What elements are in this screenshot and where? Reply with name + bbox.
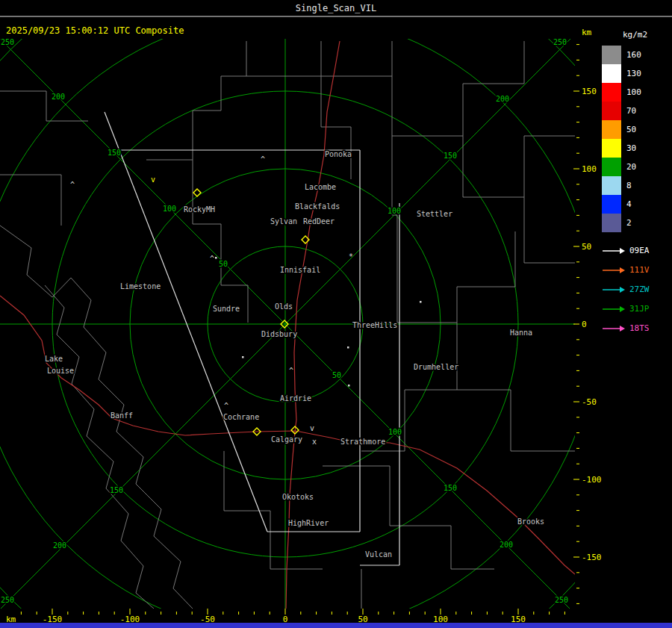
city-label: Lacombe: [305, 183, 336, 191]
caret-marker: ^: [224, 402, 228, 410]
radar-arrow-icon: [602, 266, 626, 275]
county-boundary: [457, 231, 515, 323]
radar-id: 111V: [629, 265, 650, 275]
ring-distance-label: 250: [1, 596, 14, 604]
city-label: Ponoka: [325, 150, 352, 158]
city-label: Innisfail: [280, 266, 320, 274]
axes-ticks: [21, 45, 579, 615]
scale-unit-label: kg/m2: [623, 30, 672, 40]
polar-grid: [0, 0, 672, 628]
highway: [257, 431, 575, 574]
county-boundary: [524, 197, 575, 263]
scale-value: 130: [626, 69, 641, 78]
city-label: Calgary: [271, 435, 302, 444]
radial-line: [0, 37, 285, 324]
range-ring: [0, 0, 672, 628]
radar-legend: 09EA111V27ZW31JP18TS: [602, 244, 672, 335]
caret-marker: ^: [289, 367, 293, 375]
city-label: RedDeer: [303, 217, 335, 226]
ring-distance-label: 150: [444, 152, 457, 160]
city-label: Didsbury: [261, 330, 297, 338]
scale-row: 160: [602, 46, 672, 64]
right-axis-unit: km: [582, 28, 592, 37]
scale-swatch: [602, 120, 621, 139]
radar-map-canvas[interactable]: 5010015020025010015020025015020025050100…: [0, 0, 672, 628]
ring-distance-label: 200: [500, 541, 513, 549]
radial-line: [285, 37, 573, 324]
radar-legend-row: 09EA: [602, 244, 672, 257]
town-dot-marker: [347, 346, 349, 349]
right-axis-label: -150: [582, 553, 602, 562]
city-label: Blackfalds: [295, 202, 340, 211]
city-label: Airdrie: [280, 394, 311, 402]
ring-distance-label: 150: [110, 486, 123, 494]
scale-value: 160: [626, 50, 641, 60]
scale-swatch: [602, 158, 621, 176]
county-boundary: [246, 41, 321, 76]
town-dot-marker: [242, 356, 244, 358]
county-boundary: [392, 41, 397, 323]
city-label: Olds: [275, 302, 293, 311]
ring-distance-label: 200: [496, 95, 509, 103]
scale-swatch: [602, 139, 621, 158]
axes-labels: -150-100-50050100150150100500-50-100-150…: [6, 28, 602, 624]
scale-row: 4: [602, 195, 672, 214]
ring-distance-label: 200: [52, 93, 65, 101]
scale-swatch: [602, 214, 621, 232]
ring-distance-label: 100: [163, 205, 176, 213]
city-label: Strathmore: [340, 438, 385, 446]
county-boundary: [146, 41, 246, 160]
scale-row: 30: [602, 139, 672, 158]
scale-row: 130: [602, 64, 672, 83]
caret-marker: ^: [261, 155, 265, 164]
scale-row: 8: [602, 176, 672, 195]
city-label: Sylvan: [270, 217, 297, 226]
county-boundary: [0, 226, 71, 297]
city-diamond-marker: [193, 189, 201, 196]
radar-legend-row: 27ZW: [602, 283, 672, 296]
scale-swatch: [602, 102, 621, 120]
city-label: Cochrane: [223, 413, 259, 421]
title-bar: Single_Scan_VIL: [0, 0, 672, 16]
scale-value: 50: [626, 125, 636, 134]
city-label: HighRiver: [288, 519, 329, 527]
ring-distance-label: 50: [219, 260, 228, 268]
map-clip-group: 5010015020025010015020025015020025050100…: [0, 0, 672, 628]
radar-arrow-icon: [602, 285, 626, 294]
x-marker: x: [312, 438, 317, 446]
county-boundary: [71, 278, 193, 609]
city-label: Louise: [47, 367, 74, 375]
range-ring: [0, 13, 596, 628]
city-label: Brooks: [517, 517, 544, 526]
scale-row: 100: [602, 83, 672, 102]
ring-distance-label: 150: [444, 484, 457, 492]
county-boundary: [193, 160, 248, 323]
scale-row: 70: [602, 102, 672, 120]
scale-value: 8: [626, 181, 632, 190]
scale-row: 50: [602, 120, 672, 139]
county-boundary: [224, 451, 323, 569]
radar-id: 18TS: [629, 323, 650, 333]
map-markers: v^^^^^v*x: [70, 155, 422, 446]
city-label: Hanna: [510, 329, 532, 337]
radar-id: 31JP: [629, 304, 650, 314]
town-dot-marker: [215, 257, 217, 259]
county-boundary: [323, 466, 494, 569]
city-label: ThreeHills: [352, 321, 397, 329]
radar-legend-row: 18TS: [602, 322, 672, 335]
scale-value: 4: [626, 199, 632, 209]
right-axis-label: 50: [582, 242, 591, 252]
right-axis-label: -100: [582, 475, 602, 485]
town-dot-marker: [348, 385, 350, 387]
ring-distance-label: 50: [332, 371, 341, 379]
ring-distance-label: 250: [1, 38, 14, 46]
ring-distance-label: 150: [108, 149, 121, 157]
city-label: Banff: [111, 411, 133, 420]
ring-distance-label: 100: [388, 428, 402, 436]
right-axis-label: 150: [582, 87, 597, 96]
city-label: Sundre: [213, 305, 240, 313]
scale-value: 100: [626, 87, 641, 97]
status-bar: [0, 623, 672, 628]
ring-distance-label: 250: [555, 596, 568, 604]
vee-marker: v: [310, 424, 314, 432]
